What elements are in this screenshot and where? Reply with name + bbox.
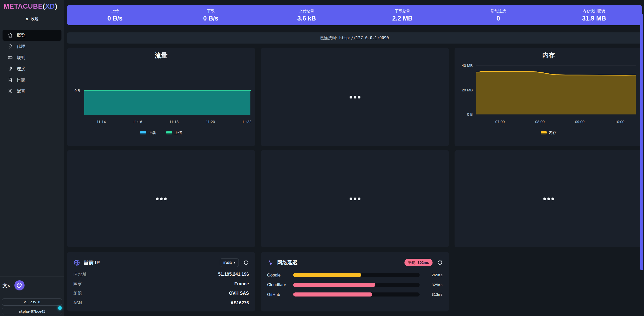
stats-bar: 上传0 B/s 下载0 B/s 上传总量3.6 kB 下载总量2.2 MB 活动… [67,5,642,25]
legend-item-upload[interactable]: 上传 [166,130,182,135]
proxy-globe-icon [8,44,13,49]
ip-row-asn: ASNAS16276 [73,298,249,308]
stat-download-speed: 下载0 B/s [163,5,259,25]
refresh-icon [243,260,249,265]
vertical-scrollbar-thumb[interactable] [640,14,643,270]
language-switch-button[interactable]: 文A [3,282,10,289]
palette-icon [16,282,23,288]
ip-row-organization: 组织OVH SAS [73,289,249,298]
memory-chart-card: 内存 40 MB20 MB0 B07:0008:0009:0010:00 内存 [455,48,643,146]
globe-icon [73,259,80,266]
svg-text:08:00: 08:00 [535,120,545,124]
svg-text:11:20: 11:20 [206,120,215,124]
logo-brand: METACUBE [4,3,43,10]
document-icon [8,77,13,83]
latency-bar-fill [293,273,361,277]
globe-stand-icon [8,66,13,71]
ip-info-list: IP 地址51.195.241.196 国家France 组织OVH SAS A… [73,270,249,308]
sidebar-item-label: 概览 [17,32,25,38]
memory-legend-swatch [541,131,547,134]
update-available-dot [58,306,62,310]
svg-text:20 MB: 20 MB [462,88,473,92]
ip-row-address: IP 地址51.195.241.196 [73,270,249,279]
latency-bar-track [293,292,420,297]
stat-active-connections: 活动连接0 [450,5,546,25]
loading-dots [261,48,449,146]
loading-dots [67,150,255,247]
loading-dots [455,150,643,247]
app-logo: METACUBE(XD) [4,3,57,10]
svg-text:0 B: 0 B [74,88,80,93]
svg-text:10:00: 10:00 [615,120,625,124]
loading-card [261,150,449,247]
sidebar-item-label: 代理 [17,44,25,49]
ip-refresh-button[interactable] [243,260,249,265]
home-icon [8,33,13,38]
sidebar-item-logs[interactable]: 日志 [3,74,61,85]
core-version-button[interactable]: v1.235.0 [2,298,62,306]
memory-chart-legend: 内存 [455,130,643,135]
svg-text:11:18: 11:18 [169,120,179,124]
backend-url: http://127.0.0.1:9090 [339,36,389,40]
latency-bar-fill [293,283,375,287]
sidebar-item-label: 连接 [17,66,25,72]
latency-bar-track [293,283,420,287]
svg-text:0 B: 0 B [467,112,473,116]
collapse-label: 收起 [31,16,38,21]
svg-text:11:14: 11:14 [97,120,106,124]
sidebar-item-connections[interactable]: 连接 [3,63,61,74]
legend-item-memory[interactable]: 内存 [541,130,557,135]
average-latency-badge: 平均: 302ms [404,259,433,266]
download-legend-swatch [140,131,146,134]
sidebar-item-proxies[interactable]: 代理 [3,41,61,52]
ruler-icon [8,55,13,60]
ip-card-title: 当前 IP [83,259,100,266]
ip-row-country: 国家France [73,279,249,289]
latency-refresh-button[interactable] [437,260,443,265]
sidebar-item-label: 日志 [17,77,25,83]
theme-picker-button[interactable] [14,280,25,290]
latency-card-title: 网络延迟 [277,259,297,266]
stat-upload-speed: 上传0 B/s [67,5,163,25]
ip-source-select[interactable]: IP.SB▾ [220,258,239,267]
stat-download-total: 下载总量2.2 MB [354,5,450,25]
connected-to-label: 已连接到: [320,35,337,41]
refresh-icon [437,260,443,265]
sidebar-item-overview[interactable]: 概览 [3,30,61,41]
sidebar: METACUBE(XD) « 收起 概览 代理 规则 连接 [0,0,64,316]
logo-paren-open: ( [43,3,45,10]
latency-list: Google 269ms Cloudflare 325ms GitHub 313… [267,270,443,300]
translate-icon: 文A [3,283,10,288]
logo-paren-close: ) [55,3,57,10]
sidebar-item-rules[interactable]: 规则 [3,52,61,63]
legend-item-download[interactable]: 下载 [140,130,156,135]
traffic-chart-card: 流量 0 B11:1411:1611:1811:2011:22 下载 上传 [67,48,255,146]
loading-card [455,150,643,247]
svg-text:11:16: 11:16 [133,120,142,124]
sidebar-nav: 概览 代理 规则 连接 日志 配置 [3,30,61,96]
network-latency-card: 网络延迟 平均: 302ms Google 269ms Cloudflare 3… [261,252,449,311]
stat-memory-usage: 内存使用情况31.9 MB [546,5,642,25]
traffic-chart-legend: 下载 上传 [67,130,255,135]
chevron-down-icon: ▾ [234,261,235,264]
chevron-double-left-icon: « [26,16,28,21]
loading-card [261,48,449,146]
svg-text:40 MB: 40 MB [462,63,473,68]
collapse-sidebar-button[interactable]: « 收起 [0,14,64,23]
logo-xd: XD [45,3,55,10]
loading-card [67,150,255,247]
sidebar-item-config[interactable]: 配置 [3,85,61,96]
ui-build-button[interactable]: alpha-97bce45 [2,308,62,315]
upload-legend-swatch [166,131,172,134]
sidebar-footer: 文A v1.235.0 alpha-97bce45 [0,276,64,316]
svg-text:07:00: 07:00 [495,120,505,124]
latency-bar-track [293,273,420,277]
stat-upload-total: 上传总量3.6 kB [259,5,355,25]
backend-connection-banner: 已连接到: http://127.0.0.1:9090 [67,32,642,44]
sidebar-item-label: 规则 [17,55,25,61]
loading-dots [261,150,449,247]
current-ip-card: 当前 IP IP.SB▾ IP 地址51.195.241.196 国家Franc… [67,252,255,311]
latency-row-cloudflare: Cloudflare 325ms [267,280,443,290]
latency-row-google: Google 269ms [267,270,443,280]
sidebar-item-label: 配置 [17,88,25,94]
